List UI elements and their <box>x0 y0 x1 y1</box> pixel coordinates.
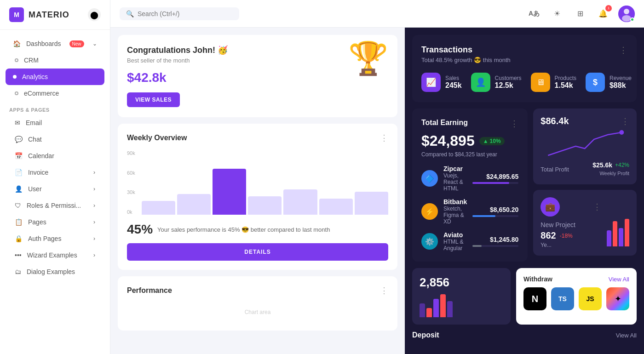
customers-icon: 👤 <box>471 73 490 92</box>
earning-amount: $24,895 ▲ 10% <box>421 132 518 149</box>
transactions-stats: 📈 Sales 245k 👤 Customers 12.5k <box>421 73 627 92</box>
notification-icon-wrap[interactable]: 🔔 1 <box>595 6 611 22</box>
theme-icon[interactable]: ☀ <box>549 6 565 22</box>
weekly-profit-amount: $25.6k <box>592 161 612 169</box>
sidebar-item-ecommerce[interactable]: eCommerce <box>6 85 104 102</box>
bitbank-tech: Sketch, Figma & XD <box>443 206 467 225</box>
email-label: Email <box>26 119 42 126</box>
dashboards-badge: New <box>69 40 84 47</box>
nb-2 <box>426 308 432 317</box>
pages-chevron: › <box>93 219 95 225</box>
performance-title: Performance <box>127 286 172 295</box>
logo-text: MATERIO <box>29 10 69 20</box>
new-project-info: 💼 ⋮ New Project 862 -18% Ye... <box>540 197 601 248</box>
num-large-card: 2,856 <box>412 268 511 325</box>
aviato-amount-right: $1,245.80 <box>472 236 518 247</box>
weekly-card-header: Weekly Overview ⋮ <box>127 133 388 143</box>
svg-point-2 <box>622 15 631 22</box>
earning-item-aviato: ⚙️ Aviato HTML & Angular $1,245.80 <box>421 231 518 251</box>
sidebar-item-dialog[interactable]: 🗂 Dialog Examples <box>6 263 104 280</box>
invoice-label: Invoice <box>28 169 48 176</box>
sidebar-item-email[interactable]: ✉ Email <box>6 114 104 131</box>
weekly-menu-button[interactable]: ⋮ <box>380 133 388 143</box>
bitbank-amount-right: $8,650.20 <box>472 206 518 217</box>
new-project-menu[interactable]: ⋮ <box>593 197 601 217</box>
sidebar-item-calendar[interactable]: 📅 Calendar <box>6 148 104 164</box>
performance-menu-button[interactable]: ⋮ <box>380 285 388 296</box>
earning-title: Total Earning <box>421 119 468 129</box>
lock-icon: 🔒 <box>15 235 23 242</box>
user-icon: 👤 <box>15 185 23 193</box>
performance-header: Performance ⋮ <box>127 285 388 296</box>
sidebar-item-pages[interactable]: 📋 Pages › <box>6 214 104 230</box>
sidebar-item-dashboards[interactable]: 🏠 Dashboards New ⌄ <box>6 35 104 52</box>
y-label-90k: 90k <box>127 150 135 156</box>
aviato-tech: HTML & Angular <box>443 239 467 251</box>
sidebar-item-user[interactable]: 👤 User › <box>6 181 104 197</box>
zipcar-val: $24,895.65 <box>472 173 518 180</box>
earning-list: 🔷 Zipcar Vuejs, React & HTML $24,895.65 <box>421 165 518 251</box>
sidebar-item-auth[interactable]: 🔒 Auth Pages › <box>6 230 104 247</box>
profit-menu-button[interactable]: ⋮ <box>621 116 629 126</box>
search-box[interactable]: 🔍 <box>120 7 239 20</box>
tech-logos-row: N TS JS ✦ <box>523 287 629 310</box>
left-section: Congratulations John! 🥳 Best seller of t… <box>110 28 405 354</box>
nb-4 <box>440 294 446 317</box>
revenue-icon: $ <box>586 73 605 92</box>
view-sales-button[interactable]: VIEW SALES <box>127 92 180 107</box>
bitbank-name: Bitbank <box>443 198 467 206</box>
sidebar-item-invoice[interactable]: 📄 Invoice › <box>6 164 104 181</box>
dialog-icon: 🗂 <box>15 268 21 275</box>
weekly-chart: 90k 60k 30k 0k <box>127 150 388 215</box>
congrats-card: Congratulations John! 🥳 Best seller of t… <box>118 35 397 117</box>
details-button[interactable]: DETAILS <box>127 243 388 261</box>
crm-label: CRM <box>24 57 39 64</box>
new-project-card: 💼 ⋮ New Project 862 -18% Ye... <box>533 190 637 256</box>
weekly-bar <box>213 169 246 215</box>
user-chevron: › <box>93 186 95 192</box>
sidebar-toggle-btn[interactable]: ⬤ <box>88 8 101 21</box>
figma-logo: ✦ <box>606 287 629 310</box>
dialog-label: Dialog Examples <box>27 268 75 275</box>
email-icon: ✉ <box>15 119 20 126</box>
avatar-wrap[interactable] <box>618 6 635 22</box>
weekly-bar <box>248 196 282 215</box>
deposit-view-all[interactable]: View All <box>616 332 637 339</box>
sidebar-item-crm[interactable]: CRM <box>6 52 104 69</box>
footer-text: Your sales performance is 45% 😎 better c… <box>157 226 330 233</box>
weekly-bar <box>319 199 353 215</box>
transactions-menu-button[interactable]: ⋮ <box>619 45 627 55</box>
new-project-growth: -18% <box>560 233 573 239</box>
weekly-overview-card: Weekly Overview ⋮ 90k 60k 30k 0k 45% You… <box>118 124 397 270</box>
sidebar-nav: 🏠 Dashboards New ⌄ CRM Analytics eCommer… <box>0 30 110 354</box>
bar-1 <box>607 230 611 246</box>
withdraw-view-all[interactable]: View All <box>609 276 629 283</box>
sidebar-item-wizard[interactable]: ••• Wizard Examples › <box>6 247 104 263</box>
earning-menu-button[interactable]: ⋮ <box>510 119 518 129</box>
zipcar-progress <box>472 182 518 184</box>
sidebar: M MATERIO ⬤ 🏠 Dashboards New ⌄ CRM Analy… <box>0 0 110 354</box>
new-project-amount: 862 <box>540 230 556 241</box>
bar-2 <box>613 221 617 246</box>
calendar-label: Calendar <box>28 152 54 160</box>
row3: 2,856 Withdraw View All <box>412 268 637 325</box>
weekly-bar <box>283 189 317 215</box>
stat-revenue: $ Revenue $88k <box>586 73 632 92</box>
performance-placeholder: Chart area <box>127 303 388 321</box>
home-icon: 🏠 <box>13 40 21 47</box>
performance-card: Performance ⋮ Chart area <box>118 276 397 331</box>
svg-point-3 <box>620 130 624 135</box>
sidebar-item-chat[interactable]: 💬 Chat <box>6 131 104 148</box>
weekly-profit-label: Weekly Profit <box>599 171 629 176</box>
profit-chart-card: $86.4k ⋮ Total Profit $25.6k <box>533 108 637 184</box>
roles-chevron: › <box>93 202 95 209</box>
y-label-60k: 60k <box>127 170 135 176</box>
search-input[interactable] <box>138 10 233 17</box>
translate-icon[interactable]: Aあ <box>526 6 542 22</box>
sidebar-item-roles[interactable]: 🛡 Roles & Permissi... › <box>6 197 104 214</box>
bar-4 <box>625 219 629 246</box>
grid-icon[interactable]: ⊞ <box>572 6 588 22</box>
stat-customers: 👤 Customers 12.5k <box>471 73 522 92</box>
sidebar-item-analytics[interactable]: Analytics <box>6 69 104 85</box>
num-large: 2,856 <box>420 275 449 290</box>
